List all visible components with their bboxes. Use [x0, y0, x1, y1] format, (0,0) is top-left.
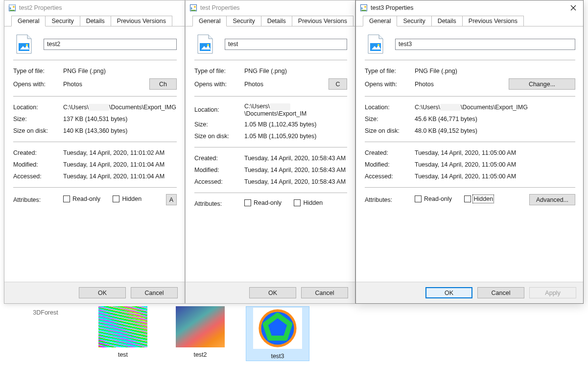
value-created: Tuesday, 14 April, 2020, 11:05:00 AM — [415, 149, 575, 156]
value-created: Tuesday, 14 April, 2020, 11:01:02 AM — [63, 149, 177, 156]
dialog-button-bar: OK Cancel — [186, 282, 355, 303]
checkbox-readonly[interactable]: Read-only — [415, 195, 452, 202]
label-sizeondisk: Size on disk: — [194, 133, 244, 140]
label-typeoffile: Type of file: — [194, 68, 244, 74]
label-location: Location: — [194, 106, 244, 113]
properties-dialog-test3: test3 Properties General Security Detail… — [355, 0, 584, 304]
filename-input[interactable] — [44, 39, 177, 50]
value-typeoffile: PNG File (.png) — [415, 68, 575, 74]
label-accessed: Accessed: — [365, 173, 415, 180]
general-panel: Type of file:PNG File (.png) Opens with:… — [186, 26, 355, 282]
svg-point-14 — [194, 6, 196, 8]
tab-previous-versions[interactable]: Previous Versions — [462, 16, 524, 26]
label-openswith: Opens with: — [194, 81, 244, 88]
value-location: C:\Users\xxx\Documents\Export_IM — [244, 103, 347, 117]
label-modified: Modified: — [13, 161, 63, 168]
dialog-button-bar: OK Cancel — [4, 282, 185, 303]
label-location: Location: — [13, 104, 63, 111]
label-size: Size: — [194, 121, 244, 128]
cancel-button[interactable]: Cancel — [301, 287, 348, 298]
tab-details[interactable]: Details — [431, 16, 463, 26]
thumb-item-test3[interactable]: test3 — [246, 306, 309, 361]
properties-dialog-test2: test2 Properties General Security Detail… — [4, 0, 185, 304]
label-typeoffile: Type of file: — [365, 68, 415, 74]
general-panel: Type of file:PNG File (.png) Opens with:… — [4, 26, 185, 282]
label-attributes: Attributes: — [365, 196, 415, 203]
tab-previous-versions[interactable]: Previous Versions — [292, 16, 353, 26]
checkbox-readonly[interactable]: Read-only — [244, 199, 282, 206]
svg-point-21 — [364, 6, 366, 8]
tab-security[interactable]: Security — [397, 16, 431, 26]
desktop-thumbnails: 3DForest test test2 test3 — [14, 306, 309, 361]
value-modified: Tuesday, 14 April, 2020, 11:05:00 AM — [415, 161, 575, 168]
apply-button[interactable]: Apply — [529, 287, 576, 298]
value-created: Tuesday, 14 April, 2020, 10:58:43 AM — [244, 155, 347, 162]
checkbox-readonly[interactable]: Read-only — [63, 195, 100, 202]
thumb-label-test2: test2 — [193, 351, 207, 358]
label-modified: Modified: — [365, 161, 415, 168]
thumb-image-test3 — [253, 308, 302, 349]
svg-point-10 — [26, 44, 28, 46]
dialog-button-bar: OK Cancel Apply — [356, 282, 583, 303]
checkbox-hidden[interactable]: Hidden — [113, 195, 141, 202]
value-sizeondisk: 140 KB (143,360 bytes) — [63, 127, 177, 134]
change-button[interactable]: Ch — [149, 78, 177, 90]
thumb-item-test[interactable]: test — [91, 306, 155, 358]
file-type-icon — [13, 33, 35, 55]
label-modified: Modified: — [194, 167, 244, 173]
tab-security[interactable]: Security — [226, 16, 261, 26]
close-button[interactable] — [564, 0, 583, 15]
label-created: Created: — [194, 155, 244, 162]
filename-input[interactable] — [395, 39, 575, 50]
tab-previous-versions[interactable]: Previous Versions — [111, 16, 172, 26]
cancel-button[interactable]: Cancel — [477, 287, 524, 298]
close-icon — [570, 5, 576, 11]
label-openswith: Opens with: — [365, 81, 415, 88]
thumb-label-test3: test3 — [271, 353, 284, 360]
thumb-label-test: test — [118, 351, 128, 358]
value-modified: Tuesday, 14 April, 2020, 10:58:43 AM — [244, 167, 347, 173]
thumb-image-test2 — [176, 306, 225, 347]
value-openswith: Photos — [63, 81, 149, 88]
advanced-button[interactable]: Advanced... — [529, 194, 575, 205]
titlebar[interactable]: test3 Properties — [356, 0, 583, 15]
ok-button[interactable]: OK — [425, 287, 472, 298]
attributes-group: Read-only Hidden — [244, 199, 347, 208]
tab-general[interactable]: General — [363, 16, 397, 26]
value-sizeondisk: 1.05 MB (1,105,920 bytes) — [244, 133, 347, 140]
checkbox-hidden[interactable]: Hidden — [464, 195, 493, 202]
window-icon — [360, 4, 368, 12]
value-openswith: Photos — [244, 81, 329, 88]
change-button[interactable]: Change... — [509, 78, 575, 90]
window-title: test Properties — [200, 4, 240, 11]
tab-general[interactable]: General — [11, 16, 46, 26]
checkbox-hidden[interactable]: Hidden — [294, 199, 323, 206]
file-type-icon — [365, 33, 386, 55]
tab-general[interactable]: General — [192, 16, 227, 26]
tab-details[interactable]: Details — [80, 16, 111, 26]
label-typeoffile: Type of file: — [13, 68, 63, 74]
label-size: Size: — [365, 116, 415, 122]
value-typeoffile: PNG File (.png) — [63, 68, 177, 74]
value-typeoffile: PNG File (.png) — [244, 68, 347, 74]
value-size: 1.05 MB (1,102,435 bytes) — [244, 121, 347, 128]
svg-rect-6 — [10, 10, 15, 11]
desktop-folder-label: 3DForest — [33, 309, 58, 316]
ok-button[interactable]: OK — [249, 287, 296, 298]
advanced-button[interactable]: A — [166, 194, 177, 205]
label-accessed: Accessed: — [13, 173, 63, 180]
titlebar[interactable]: test Properties — [186, 0, 355, 15]
desktop-folder-item[interactable]: 3DForest — [14, 306, 77, 316]
value-accessed: Tuesday, 14 April, 2020, 11:01:04 AM — [63, 173, 177, 180]
tab-security[interactable]: Security — [45, 16, 80, 26]
ok-button[interactable]: OK — [79, 287, 126, 298]
label-openswith: Opens with: — [13, 81, 63, 88]
filename-input[interactable] — [225, 39, 347, 50]
thumb-item-test2[interactable]: test2 — [168, 306, 232, 358]
cancel-button[interactable]: Cancel — [131, 287, 178, 298]
titlebar[interactable]: test2 Properties — [4, 0, 185, 15]
tab-details[interactable]: Details — [261, 16, 292, 26]
svg-marker-4 — [9, 5, 16, 6]
change-button[interactable]: C — [329, 78, 347, 90]
svg-point-17 — [207, 44, 209, 46]
